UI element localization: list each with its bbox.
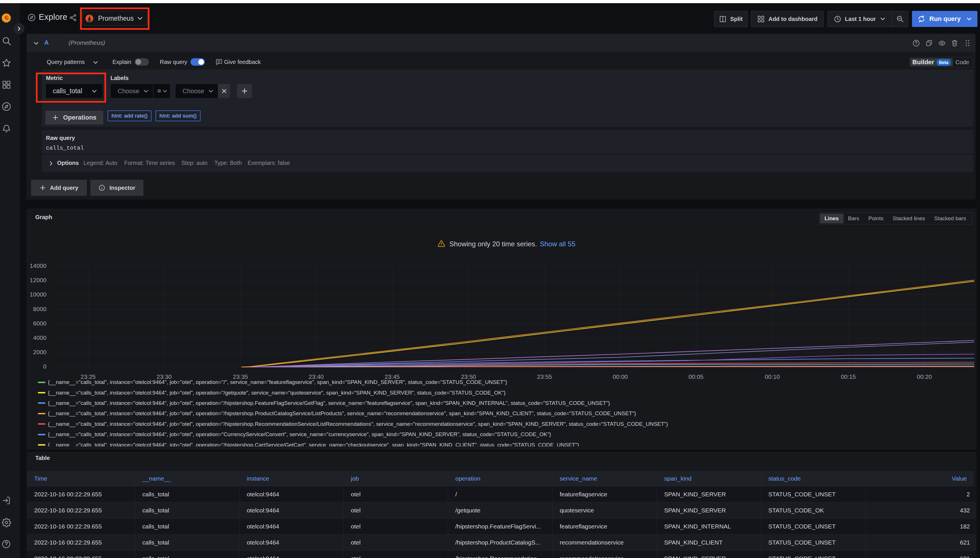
svg-text:10000: 10000 (30, 291, 46, 298)
svg-text:00:10: 00:10 (765, 373, 780, 380)
svg-text:00:20: 00:20 (917, 373, 932, 380)
svg-text:0: 0 (43, 363, 46, 369)
svg-text:12000: 12000 (30, 277, 46, 283)
svg-text:8000: 8000 (33, 306, 46, 312)
svg-text:00:15: 00:15 (841, 373, 856, 380)
svg-text:00:05: 00:05 (689, 373, 704, 380)
svg-text:4000: 4000 (33, 334, 46, 341)
svg-text:2000: 2000 (33, 349, 46, 355)
svg-text:14000: 14000 (30, 263, 46, 269)
svg-text:6000: 6000 (33, 320, 46, 327)
